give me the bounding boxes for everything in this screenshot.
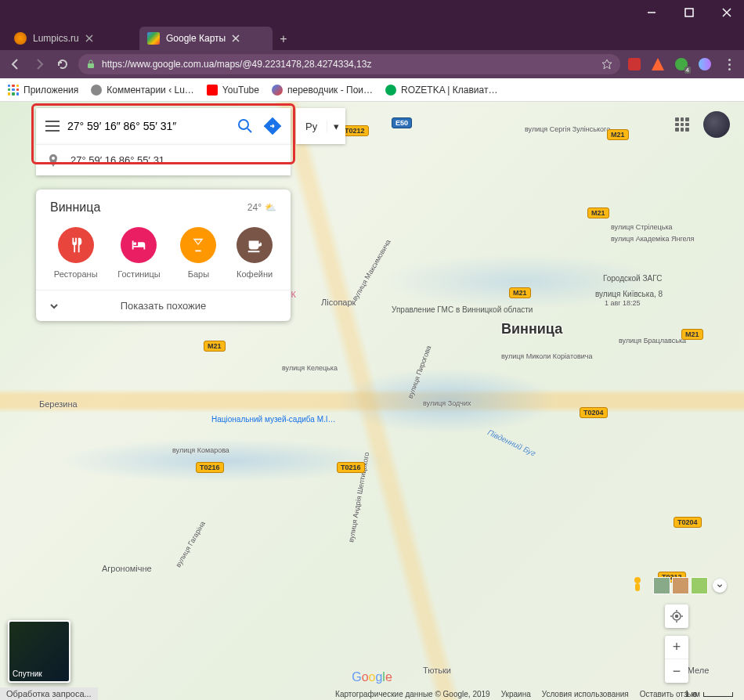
street-label: вулиця Стрілецька	[611, 223, 673, 231]
search-suggestion[interactable]: 27° 59′ 16 86° 55′ 31	[36, 144, 291, 175]
ext-icon[interactable]	[652, 58, 664, 70]
fork-knife-icon	[58, 227, 94, 263]
svg-point-16	[676, 615, 678, 618]
window-minimize[interactable]	[641, 2, 663, 23]
account-avatar[interactable]	[703, 111, 730, 138]
street-label: вулиця Миколи Коріатовича	[501, 352, 592, 360]
map-controls: + −	[627, 575, 727, 683]
road-shield: E50	[392, 117, 412, 128]
street-label: вулиця Гагаріна	[174, 520, 207, 568]
show-more-button[interactable]: Показать похожие	[36, 290, 291, 321]
svg-point-10	[239, 120, 248, 129]
search-box	[36, 108, 291, 144]
window-maximize[interactable]	[678, 2, 700, 23]
weather-icon: ⛅	[265, 202, 276, 213]
satellite-label: Спутник	[13, 669, 42, 678]
search-input[interactable]	[60, 120, 234, 132]
panel-weather: 24° ⛅	[247, 202, 276, 213]
svg-rect-1	[685, 9, 693, 16]
attribution-link[interactable]: Украина	[501, 690, 531, 698]
bookmark-item[interactable]: ROZETKA | Клавиат…	[385, 85, 497, 96]
bookmark-item[interactable]: Комментарии ‹ Lu…	[91, 85, 194, 96]
new-tab-button[interactable]: +	[273, 28, 294, 50]
scale-line	[703, 692, 733, 697]
satellite-toggle[interactable]: Спутник	[8, 620, 70, 683]
attribution-link[interactable]: Условия использования	[542, 690, 629, 698]
road-shield: M21	[681, 329, 703, 340]
ext-icon[interactable]	[699, 58, 711, 70]
category-label: Гостиницы	[117, 269, 160, 279]
zoom-in-button[interactable]: +	[665, 636, 688, 659]
street-label: вулиця Зодчих	[423, 399, 471, 407]
road-shield: M21	[587, 207, 609, 218]
window-close[interactable]	[716, 2, 738, 23]
search-panel: 27° 59′ 16 86° 55′ 31 Винница 24° ⛅ Рест…	[36, 108, 291, 321]
apps-button[interactable]: Приложения	[8, 85, 78, 96]
category-label: Бары	[188, 269, 209, 279]
language-label: Ру	[296, 121, 327, 132]
tab-lumpics[interactable]: Lumpics.ru	[6, 27, 139, 50]
category-coffee[interactable]: Кофейни	[237, 227, 273, 279]
road-shield: M21	[509, 287, 531, 298]
close-icon[interactable]	[232, 34, 240, 42]
chevron-down-icon: ▾	[327, 121, 345, 132]
cup-icon	[237, 227, 273, 263]
google-logo: Google	[352, 670, 392, 684]
category-label: Кофейни	[237, 269, 273, 279]
lock-icon	[86, 60, 96, 69]
ext-icon[interactable]	[628, 58, 641, 70]
bookmark-item[interactable]: переводчик - Пои…	[272, 85, 373, 96]
url-box[interactable]: https://www.google.com.ua/maps/@49.22314…	[78, 54, 620, 74]
pegman-button[interactable]	[627, 575, 648, 597]
language-selector[interactable]: Ру ▾	[296, 108, 345, 144]
city-main-label: Винница	[501, 321, 562, 337]
temperature: 24°	[247, 202, 262, 213]
poi-label[interactable]: Національний музей-садиба М.І…	[211, 415, 336, 424]
chevron-down-icon[interactable]	[713, 579, 727, 593]
category-label: Рестораны	[54, 269, 98, 279]
road-shield: T0216	[337, 462, 365, 473]
poi-label[interactable]: вулиця Київська, 8	[595, 290, 663, 298]
directions-button[interactable]	[259, 113, 286, 139]
tab-google-maps[interactable]: Google Карты	[139, 27, 273, 50]
bookmark-item[interactable]: YouTube	[207, 85, 259, 96]
zoom-out-button[interactable]: −	[665, 659, 688, 683]
top-right-controls	[675, 111, 730, 138]
star-icon[interactable]	[601, 59, 612, 70]
ext-icon[interactable]: 4	[675, 58, 688, 70]
close-icon[interactable]	[85, 34, 93, 42]
bookmark-icon	[385, 85, 396, 96]
chevron-down-icon	[49, 301, 60, 312]
reload-button[interactable]	[55, 56, 70, 72]
road-shield: T0216	[196, 462, 224, 473]
street-label: вулиця Пирогова	[406, 345, 433, 399]
scale-text: 1 км	[684, 690, 700, 698]
street-label: вулиця Максимовича	[351, 238, 392, 302]
tab-title: Google Карты	[166, 33, 226, 44]
place-label: Березина	[39, 399, 78, 409]
street-label: вулиця Академіка Янгеля	[611, 235, 694, 243]
browser-menu-button[interactable]	[722, 57, 736, 71]
bookmark-icon	[91, 85, 102, 96]
forward-button[interactable]	[31, 56, 47, 72]
category-bars[interactable]: Бары	[180, 227, 216, 279]
poi-label[interactable]: Управление ГМС в Винницкой области	[392, 305, 533, 314]
bookmark-label: YouTube	[222, 85, 259, 96]
suggestion-text: 27° 59′ 16 86° 55′ 31	[70, 154, 164, 166]
bookmark-label: переводчик - Пои…	[287, 85, 373, 96]
river-label: Південний Буг	[486, 428, 537, 457]
pin-icon	[47, 154, 60, 167]
road-shield: M21	[204, 341, 226, 352]
address-bar: https://www.google.com.ua/maps/@49.22314…	[0, 50, 744, 78]
category-hotels[interactable]: Гостиницы	[117, 227, 160, 279]
menu-button[interactable]	[45, 119, 60, 133]
info-panel: Винница 24° ⛅ Рестораны Гостиницы Бары К…	[36, 189, 291, 321]
poi-label[interactable]: Городской ЗАГС	[603, 274, 662, 283]
imagery-thumbnails[interactable]	[653, 577, 708, 594]
google-apps-button[interactable]	[675, 117, 689, 132]
back-button[interactable]	[8, 56, 23, 72]
category-restaurants[interactable]: Рестораны	[54, 227, 98, 279]
search-button[interactable]	[234, 115, 256, 137]
place-label: Агрономічне	[102, 564, 152, 573]
my-location-button[interactable]	[665, 604, 688, 628]
